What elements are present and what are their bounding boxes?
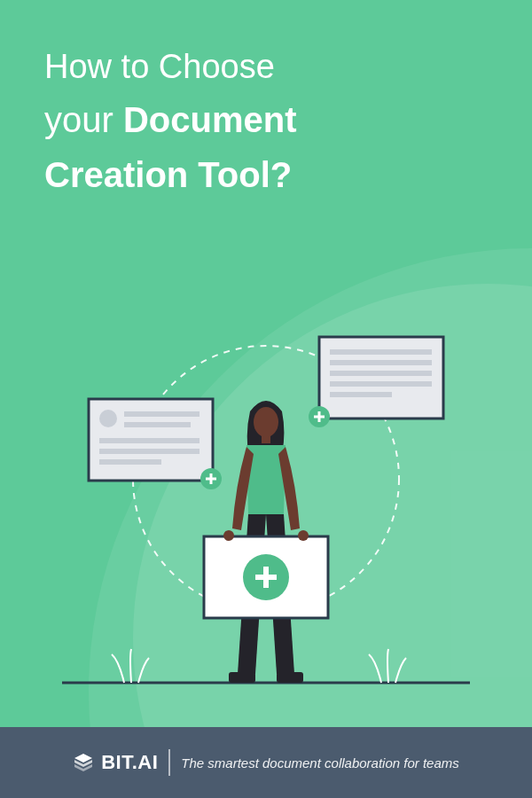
- svg-rect-13: [330, 360, 432, 365]
- svg-rect-11: [319, 337, 443, 419]
- svg-rect-14: [330, 371, 432, 376]
- svg-rect-24: [277, 672, 303, 683]
- hero-illustration: [0, 231, 532, 727]
- card-right: [309, 337, 443, 427]
- svg-point-2: [99, 410, 117, 427]
- svg-point-30: [298, 530, 309, 541]
- footer-divider: [168, 749, 170, 776]
- svg-point-29: [223, 530, 234, 541]
- svg-rect-19: [318, 411, 321, 422]
- svg-rect-15: [330, 381, 432, 387]
- svg-point-21: [254, 407, 278, 437]
- svg-rect-7: [99, 459, 161, 465]
- svg-rect-3: [124, 411, 200, 417]
- grass: [112, 649, 406, 683]
- illustration-svg: [0, 231, 532, 727]
- svg-rect-23: [229, 672, 255, 683]
- brand-logo: BIT.AI: [73, 751, 158, 774]
- svg-rect-4: [124, 422, 191, 427]
- svg-rect-5: [99, 438, 200, 443]
- footer: BIT.AI The smartest document collaborati…: [0, 727, 532, 798]
- svg-rect-16: [330, 392, 392, 397]
- footer-tagline: The smartest document collaboration for …: [181, 755, 458, 771]
- svg-rect-28: [263, 567, 269, 588]
- title-line-1: How to Choose: [44, 46, 488, 89]
- card-left: [89, 399, 222, 489]
- svg-rect-12: [330, 349, 432, 355]
- svg-rect-22: [262, 434, 270, 443]
- svg-rect-10: [210, 473, 213, 484]
- page-title: How to Choose your Document Creation Too…: [0, 0, 532, 199]
- title-line-3: Creation Tool?: [44, 151, 488, 199]
- stack-icon: [73, 752, 94, 773]
- card-held: [204, 536, 328, 618]
- brand-text: BIT.AI: [101, 751, 158, 774]
- title-line-2: your Document: [44, 96, 488, 144]
- svg-rect-6: [99, 449, 200, 454]
